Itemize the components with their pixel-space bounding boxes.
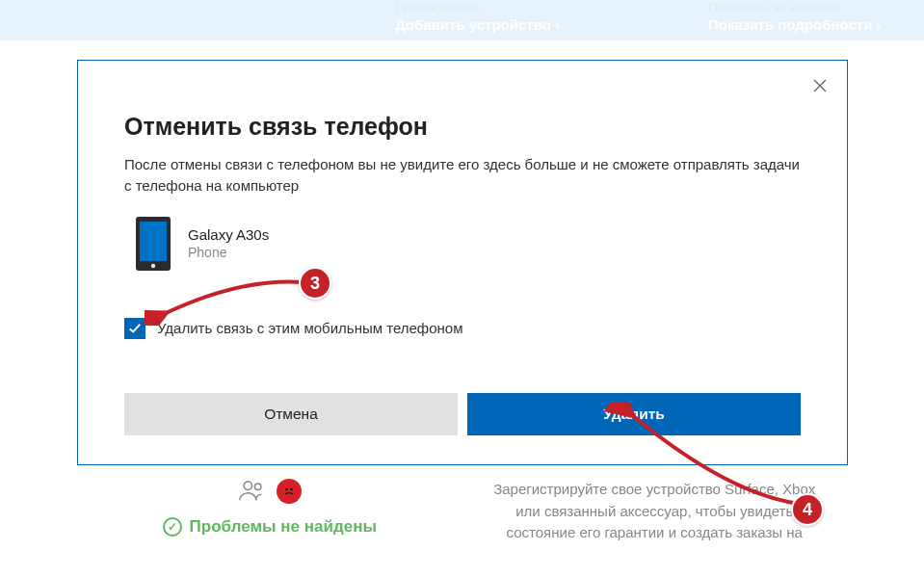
banner-sub-2: Проблемы не найдены [708,0,841,14]
device-info: Galaxy A30s Phone [188,226,269,260]
chevron-right-icon: › [876,17,881,33]
info-card-text: Зарегистрируйте свое устройство Surface,… [482,479,829,544]
show-details-link[interactable]: Показать подробности› [708,16,881,33]
annotation-step-4: 4 [791,493,824,526]
confirm-checkbox-row: Удалить связь с этим мобильным телефоном [124,318,801,339]
dialog-description: После отмены связи с телефоном вы не уви… [124,154,801,197]
banner-link-2-text: Показать подробности [708,16,872,33]
banner-sub-1: Присоединено [395,0,480,14]
top-banner: Присоединено Добавить устройство› Пробле… [0,0,924,40]
dialog-buttons: Отмена Удалить [124,393,801,435]
info-card: Зарегистрируйте свое устройство Surface,… [482,479,829,544]
svg-rect-6 [140,222,167,261]
svg-point-7 [151,263,155,267]
svg-point-4 [290,488,293,491]
close-button[interactable] [806,72,833,99]
banner-link-1-text: Добавить устройство [395,16,551,33]
status-line: ✓ Проблемы не найдены [96,517,443,537]
svg-point-0 [244,482,251,489]
phone-icon [134,216,172,272]
hot-badge-icon [277,479,302,504]
chevron-right-icon: › [555,17,560,33]
device-name: Galaxy A30s [188,226,269,243]
add-device-link[interactable]: Добавить устройство› [395,16,560,33]
people-icon [238,479,267,502]
unlink-phone-dialog: Отменить связь телефон После отмены связ… [77,60,848,465]
confirm-checkbox-label: Удалить связь с этим мобильным телефоном [157,320,462,336]
status-card: ✓ Проблемы не найдены [96,479,443,544]
svg-point-3 [285,488,288,491]
cancel-button[interactable]: Отмена [124,393,458,435]
device-row: Galaxy A30s Phone [124,216,801,272]
status-text: Проблемы не найдены [190,517,377,537]
delete-button[interactable]: Удалить [467,393,801,435]
confirm-checkbox[interactable] [124,318,145,339]
dialog-title: Отменить связь телефон [124,113,801,141]
svg-point-2 [281,484,297,499]
device-type: Phone [188,245,269,260]
check-circle-icon: ✓ [163,517,182,537]
background-cards: ✓ Проблемы не найдены Зарегистрируйте св… [96,479,828,544]
annotation-step-3: 3 [299,267,331,300]
svg-point-1 [254,484,261,490]
